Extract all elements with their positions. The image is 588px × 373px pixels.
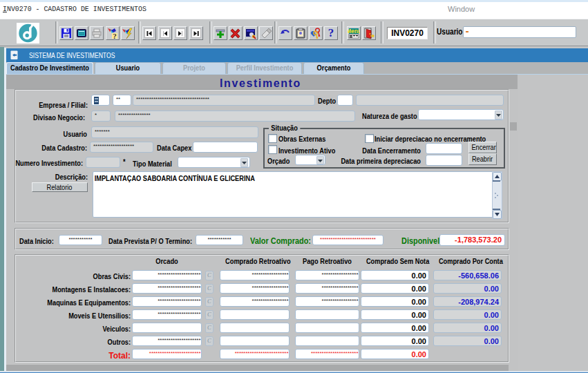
svg-text:Menu: Menu (348, 28, 360, 35)
svg-text:?: ? (113, 32, 117, 40)
